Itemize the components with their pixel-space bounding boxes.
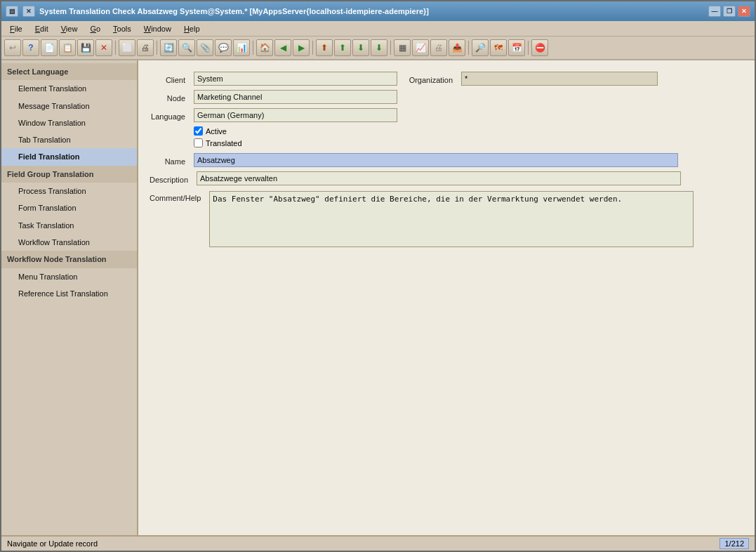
tool-cal[interactable]: 📅: [508, 39, 525, 56]
main-area: Select Language Element Translation Mess…: [1, 60, 755, 535]
tool-stop[interactable]: ⛔: [531, 39, 548, 56]
tool-home[interactable]: 🏠: [256, 39, 273, 56]
tool-up[interactable]: ⬆: [334, 39, 351, 56]
tool-chat[interactable]: 💬: [215, 39, 232, 56]
close-btn[interactable]: ✕: [738, 6, 750, 17]
active-checkbox-row: Active: [194, 126, 227, 136]
menu-tools[interactable]: Tools: [107, 23, 137, 34]
window-frame: ▤ ✕ System Translation Check Absatzweg S…: [0, 0, 756, 552]
menu-help[interactable]: Help: [178, 23, 206, 34]
organization-label: Organization: [403, 73, 456, 84]
sidebar-item-tab-translation[interactable]: Tab Translation: [1, 131, 137, 148]
tool-prev[interactable]: ◀: [274, 39, 291, 56]
toolbar-sep1: [115, 41, 116, 55]
comment-help-textarea[interactable]: Das Fenster "Absatzweg" definiert die Be…: [209, 191, 694, 247]
title-bar-left: ▤ ✕ System Translation Check Absatzweg S…: [6, 6, 429, 17]
language-label: Language: [150, 110, 188, 121]
menu-window[interactable]: Window: [138, 23, 177, 34]
tool-find[interactable]: 🔍: [178, 39, 195, 56]
sidebar-item-process-translation[interactable]: Process Translation: [1, 183, 137, 199]
tool-copy[interactable]: 📋: [59, 39, 76, 56]
sidebar-item-workflow-translation[interactable]: Workflow Translation: [1, 234, 137, 251]
tool-save[interactable]: 💾: [77, 39, 94, 56]
toolbar-sep4: [312, 41, 313, 55]
status-message: Navigate or Update record: [7, 539, 98, 548]
toolbar-sep3: [253, 41, 253, 55]
sidebar-item-message-translation[interactable]: Message Translation: [1, 98, 137, 114]
tool-help[interactable]: ?: [22, 39, 39, 56]
tool-print[interactable]: 🖨: [137, 39, 154, 56]
tool-zoom[interactable]: 🔎: [472, 39, 489, 56]
sidebar-item-reference-list-translation[interactable]: Reference List Translation: [1, 285, 137, 302]
status-bar: Navigate or Update record 1/212: [1, 535, 755, 551]
tool-print2[interactable]: 🖨: [430, 39, 447, 56]
tool-navi[interactable]: 🗺: [490, 39, 507, 56]
tool-export[interactable]: 📤: [449, 39, 465, 56]
tool-new[interactable]: 📄: [41, 39, 58, 56]
content-area: Client Organization Node Language Active: [138, 60, 755, 535]
menu-go[interactable]: Go: [84, 23, 106, 34]
translated-checkbox[interactable]: [194, 138, 203, 147]
tool-undo[interactable]: ⬜: [119, 39, 135, 56]
tool-report[interactable]: 📊: [233, 39, 250, 56]
sidebar-item-field-group-translation[interactable]: Field Group Translation: [1, 166, 137, 183]
restore-btn[interactable]: ❐: [723, 6, 736, 17]
toolbar-sep2: [157, 41, 157, 55]
toolbar-sep6: [468, 41, 469, 55]
title-bar-menu-btn[interactable]: ▤: [6, 6, 18, 17]
minimize-btn[interactable]: —: [708, 6, 721, 17]
tool-parent[interactable]: ⬆: [316, 39, 333, 56]
tool-refresh[interactable]: 🔄: [160, 39, 177, 56]
record-indicator: 1/212: [719, 538, 749, 549]
sidebar-item-form-translation[interactable]: Form Translation: [1, 199, 137, 216]
sidebar: Select Language Element Translation Mess…: [1, 60, 138, 535]
tool-grid[interactable]: ▦: [394, 39, 411, 56]
tool-down[interactable]: ⬇: [352, 39, 369, 56]
description-label: Description: [150, 173, 191, 184]
node-label: Node: [150, 91, 188, 103]
language-input[interactable]: [194, 108, 397, 122]
window-title: System Translation Check Absatzweg Syste…: [39, 7, 429, 15]
sidebar-item-element-translation[interactable]: Element Translation: [1, 80, 137, 97]
active-checkbox[interactable]: [194, 126, 203, 136]
toolbar-sep7: [528, 41, 529, 55]
title-bar-controls: — ❐ ✕: [708, 6, 750, 17]
tool-next[interactable]: ▶: [293, 39, 310, 56]
sidebar-item-menu-translation[interactable]: Menu Translation: [1, 268, 137, 285]
toolbar-sep5: [390, 41, 391, 55]
active-label: Active: [206, 127, 227, 136]
sidebar-item-select-language[interactable]: Select Language: [1, 63, 137, 80]
menu-bar: File Edit View Go Tools Window Help: [1, 21, 755, 37]
organization-input[interactable]: [461, 72, 658, 86]
sidebar-item-task-translation[interactable]: Task Translation: [1, 217, 137, 234]
translated-checkbox-row: Translated: [194, 138, 242, 147]
tool-back[interactable]: ↩: [4, 39, 21, 56]
menu-view[interactable]: View: [55, 23, 84, 34]
node-input[interactable]: [194, 90, 397, 104]
sidebar-item-workflow-node-translation[interactable]: Workflow Node Translation: [1, 251, 137, 268]
tool-last[interactable]: ⬇: [371, 39, 387, 56]
title-bar: ▤ ✕ System Translation Check Absatzweg S…: [1, 1, 755, 21]
sidebar-item-window-translation[interactable]: Window Translation: [1, 114, 137, 131]
menu-edit[interactable]: Edit: [29, 23, 54, 34]
tool-chart[interactable]: 📈: [412, 39, 429, 56]
client-input[interactable]: [194, 72, 397, 86]
name-label: Name: [150, 155, 188, 166]
comment-help-label: Comment/Help: [150, 191, 204, 202]
menu-file[interactable]: File: [4, 23, 28, 34]
toolbar: ↩ ? 📄 📋 💾 ✕ ⬜ 🖨 🔄 🔍 📎 💬 📊 🏠 ◀ ▶ ⬆ ⬆ ⬇ ⬇ …: [1, 37, 755, 60]
description-input[interactable]: [197, 171, 681, 185]
name-input[interactable]: [194, 153, 678, 167]
client-label: Client: [150, 73, 188, 84]
translated-label: Translated: [206, 139, 242, 147]
tool-attach[interactable]: 📎: [197, 39, 213, 56]
sidebar-item-field-translation[interactable]: Field Translation: [1, 148, 137, 165]
title-bar-close-btn[interactable]: ✕: [22, 6, 35, 17]
tool-delete[interactable]: ✕: [95, 39, 112, 56]
